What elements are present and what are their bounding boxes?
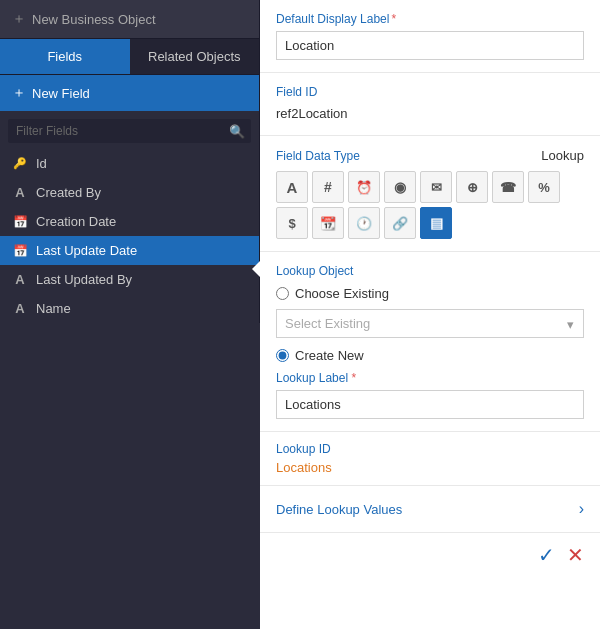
define-lookup-row[interactable]: Define Lookup Values › [260,485,600,532]
field-label-last-updated-by: Last Updated By [36,272,132,287]
lookup-object-section: Lookup Object Choose Existing Select Exi… [260,252,600,432]
type-icon-link[interactable]: 🔗 [384,207,416,239]
lookup-label-input[interactable] [276,390,584,419]
text-icon-name: A [12,301,28,316]
choose-existing-label[interactable]: Choose Existing [295,286,389,301]
field-item-creation-date[interactable]: 📅 Creation Date [0,207,259,236]
date-icon-last-update: 📅 [12,244,28,258]
chevron-right-icon: › [579,500,584,518]
field-label-last-update-date: Last Update Date [36,243,137,258]
type-icon-time[interactable]: 🕐 [348,207,380,239]
search-icon: 🔍 [229,124,245,139]
type-icon-percent[interactable]: % [528,171,560,203]
field-id-section: Field ID ref2Location [260,73,600,136]
confirm-button[interactable]: ✓ [538,543,555,567]
field-list: 🔑 Id A Created By 📅 Creation Date 📅 Last… [0,149,259,323]
key-icon: 🔑 [12,157,28,170]
plus-icon: ＋ [12,10,26,28]
cancel-button[interactable]: ✕ [567,543,584,567]
default-display-label-section: Default Display Label* [260,0,600,73]
type-icon-email[interactable]: ✉ [420,171,452,203]
field-item-last-update-date[interactable]: 📅 Last Update Date [0,236,259,265]
lookup-id-label: Lookup ID [276,442,584,456]
tab-related-objects[interactable]: Related Objects [130,39,260,74]
field-item-id[interactable]: 🔑 Id [0,149,259,178]
field-item-created-by[interactable]: A Created By [0,178,259,207]
new-field-label: New Field [32,86,90,101]
filter-fields-input[interactable] [8,119,251,143]
default-display-label-input[interactable] [276,31,584,60]
field-label-id: Id [36,156,47,171]
lookup-id-value: Locations [276,460,584,475]
field-label-created-by: Created By [36,185,101,200]
field-label-name: Name [36,301,71,316]
type-icon-date[interactable]: 📆 [312,207,344,239]
field-type-row: Field Data Type Lookup [276,148,584,163]
lookup-id-section: Lookup ID Locations [260,432,600,485]
lookup-object-label: Lookup Object [276,264,584,278]
create-new-radio[interactable] [276,349,289,362]
type-icon-url[interactable]: ⊕ [456,171,488,203]
new-field-button[interactable]: ＋ New Field [0,75,259,111]
field-data-type-value: Lookup [541,148,584,163]
type-icon-boolean[interactable]: ◉ [384,171,416,203]
select-existing-dropdown[interactable]: Select Existing [276,309,584,338]
field-item-name[interactable]: A Name [0,294,259,323]
choose-existing-row: Choose Existing [276,286,584,301]
type-icon-datetime[interactable]: ⏰ [348,171,380,203]
field-id-value: ref2Location [276,104,584,123]
default-display-label-title: Default Display Label* [276,12,584,26]
type-icon-number[interactable]: # [312,171,344,203]
action-bar: ✓ ✕ [260,532,600,577]
create-new-row: Create New [276,348,584,363]
field-data-type-section: Field Data Type Lookup A # ⏰ ◉ ✉ ⊕ ☎ % $… [260,136,600,252]
tab-bar: Fields Related Objects [0,39,259,75]
type-icon-grid: A # ⏰ ◉ ✉ ⊕ ☎ % $ 📆 🕐 🔗 ▤ [276,171,584,239]
field-data-type-label: Field Data Type [276,149,360,163]
date-icon-creation: 📅 [12,215,28,229]
field-item-last-updated-by[interactable]: A Last Updated By [0,265,259,294]
type-icon-currency[interactable]: $ [276,207,308,239]
field-id-label: Field ID [276,85,584,99]
new-business-object-button[interactable]: ＋ New Business Object [0,0,259,39]
right-panel: Default Display Label* Field ID ref2Loca… [260,0,600,629]
choose-existing-radio[interactable] [276,287,289,300]
type-icon-phone[interactable]: ☎ [492,171,524,203]
define-lookup-label: Define Lookup Values [276,502,402,517]
tab-fields[interactable]: Fields [0,39,130,74]
text-icon-last-updated-by: A [12,272,28,287]
select-existing-wrapper: Select Existing [276,309,584,338]
create-new-label[interactable]: Create New [295,348,364,363]
type-icon-text[interactable]: A [276,171,308,203]
lookup-label-title: Lookup Label * [276,371,584,385]
new-business-object-label: New Business Object [32,12,156,27]
filter-fields-container: 🔍 [0,113,259,149]
field-label-creation-date: Creation Date [36,214,116,229]
arrow-indicator [252,261,260,277]
new-field-plus-icon: ＋ [12,84,26,102]
text-icon-created-by: A [12,185,28,200]
type-icon-lookup[interactable]: ▤ [420,207,452,239]
